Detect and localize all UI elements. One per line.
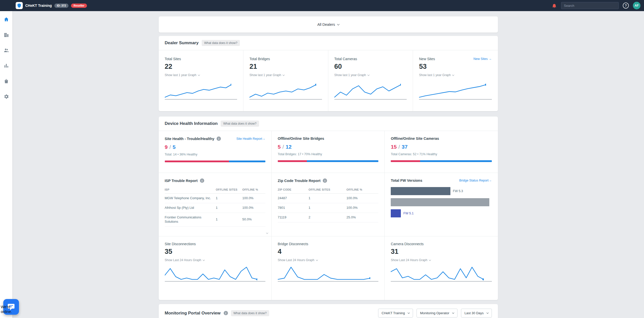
customers-people-icon[interactable] — [4, 48, 9, 53]
fw-bar-chart: FW 5.3 FW 5.1 — [391, 187, 492, 217]
home-icon[interactable] — [4, 17, 9, 22]
total-sites-sparkline — [165, 83, 237, 100]
chevron-down-icon — [203, 259, 205, 261]
new-sites-link[interactable]: New Sites → — [473, 57, 492, 61]
topbar-actions: ? AF — [551, 2, 640, 9]
bridge-status-report-link[interactable]: Bridge Status Report→ — [459, 179, 492, 182]
monitoring-filters: CHeKT Training Monitoring Operator Last … — [378, 309, 492, 317]
chevron-down-icon — [337, 23, 339, 26]
graph-toggle[interactable]: Show Last 24 Hours Graph — [165, 258, 265, 262]
fw-bar-row: FW 5.1 — [391, 209, 492, 217]
stat-value: 35 — [165, 248, 265, 256]
card-title: Site Disconnections — [165, 242, 265, 246]
info-icon[interactable]: i — [200, 178, 204, 183]
reports-chart-icon[interactable] — [4, 63, 9, 69]
graph-toggle[interactable]: Show last 1 year Graph — [165, 73, 237, 77]
stat-label: New Sites — [419, 57, 435, 61]
graph-toggle[interactable]: Show Last 24 Hours Graph — [278, 258, 378, 262]
table-row: Frontier Communications Solutions 1 50.0… — [165, 213, 265, 226]
section-title: Monitoring Portal Overview — [165, 311, 221, 316]
stat-value: 4 — [278, 248, 378, 256]
site-health-card: Site Health - Trouble/Healthy i Site Hea… — [159, 131, 272, 173]
store-bag-icon[interactable] — [4, 78, 9, 84]
notifications-bell-icon[interactable] — [551, 3, 557, 8]
fw-bar-row: FW 5.3 — [391, 187, 492, 195]
site-health-report-link[interactable]: Site Health Report→ — [236, 137, 265, 141]
device-health-section: Device Health Information What data does… — [159, 117, 498, 300]
new-sites-stat: New Sites New Sites → 53 Show last 1 yea… — [413, 50, 498, 111]
chevron-down-icon — [198, 74, 200, 76]
card-title: Total FW Versions — [391, 178, 422, 183]
card-title: Bridge Disconnects — [278, 242, 378, 246]
card-title: ISP Trouble Report i — [165, 178, 204, 183]
chevron-down-icon — [486, 312, 488, 314]
bridges-health-bar — [278, 160, 378, 162]
device-health-header: Device Health Information What data does… — [159, 117, 498, 131]
dealer-summary-header: Dealer Summary What data does it show? — [159, 36, 498, 50]
stat-label: Total Bridges — [249, 57, 322, 61]
info-icon[interactable]: i — [224, 311, 228, 315]
settings-gear-icon[interactable] — [4, 94, 9, 99]
stat-value: 21 — [249, 63, 322, 71]
what-data-hint-badge[interactable]: What data does it show? — [221, 121, 259, 127]
dealer-filter-dropdown[interactable]: All Dealers — [159, 16, 498, 33]
dealer-filter-label: All Dealers — [317, 22, 335, 27]
card-title: Offline/Online Site Cameras — [391, 137, 439, 141]
chevron-down-icon — [283, 74, 285, 76]
cameras-health-bar — [391, 160, 492, 162]
app-logo-icon[interactable] — [16, 2, 23, 9]
brand-name: CHeKT Training — [25, 4, 52, 8]
graph-toggle[interactable]: Show Last 24 Hours Graph — [391, 258, 492, 262]
dealer-id-badge: ID: 372 — [54, 4, 68, 8]
stat-label: Total Cameras — [334, 57, 407, 61]
section-title: Device Health Information — [165, 121, 218, 126]
stat-value: 60 — [334, 63, 407, 71]
offline-online-ratio: 15/37 — [391, 144, 492, 150]
graph-toggle[interactable]: Show last 1 year Graph — [334, 73, 407, 77]
site-cameras-card: Offline/Online Site Cameras 15/37 Total … — [385, 131, 498, 173]
what-data-hint-badge[interactable]: What data does it show? — [202, 40, 240, 46]
scroll-down-chevron-icon[interactable] — [266, 232, 268, 234]
summary-stats-grid: Total Sites 22 Show last 1 year Graph To… — [159, 50, 498, 111]
chevron-down-icon — [408, 312, 410, 314]
dashboard-page: CHeKT Training ID: 372 Reseller ? AF — [0, 0, 644, 318]
isp-trouble-table: ISP OFFLINE SITES OFFLINE % MGW Telephon… — [165, 186, 265, 226]
monitoring-portal-section: Monitoring Portal Overview i What data d… — [159, 304, 498, 318]
operator-select[interactable]: Monitoring Operator — [417, 309, 457, 317]
what-data-hint-badge[interactable]: What data does it show? — [231, 310, 269, 316]
arrow-right-icon: → — [489, 57, 492, 61]
graph-toggle[interactable]: Show last 1 year Graph — [419, 73, 492, 77]
info-icon[interactable]: i — [217, 137, 221, 141]
site-disconnections-sparkline — [165, 265, 265, 282]
arrow-right-icon: → — [262, 137, 265, 141]
chat-status-label: We're online. — [1, 305, 19, 314]
table-row: 7801 1 100.0% — [278, 203, 378, 213]
offline-online-ratio: 5/12 — [278, 144, 378, 150]
card-title: Zip Code Trouble Report i — [278, 178, 327, 183]
isp-trouble-report-card: ISP Trouble Report i ISP OFFLINE SITES O… — [159, 173, 272, 236]
site-health-bar — [165, 161, 265, 162]
stat-value: 53 — [419, 63, 492, 71]
total-bridges-stat: Total Bridges 21 Show last 1 year Graph — [243, 50, 328, 111]
info-icon[interactable]: i — [323, 178, 327, 183]
table-row: Afrihost Sp (Pty) Ltd 1 100.0% — [165, 203, 265, 213]
chevron-down-icon — [452, 74, 454, 76]
dealer-summary-section: Dealer Summary What data does it show? T… — [159, 36, 498, 111]
camera-disconnects-card: Camera Disconnects 31 Show Last 24 Hours… — [385, 236, 498, 300]
site-disconnections-card: Site Disconnections 35 Show Last 24 Hour… — [159, 236, 272, 300]
search-input[interactable] — [561, 2, 619, 9]
dealer-select[interactable]: CHeKT Training — [378, 309, 413, 317]
total-cameras-stat: Total Cameras 60 Show last 1 year Graph — [328, 50, 413, 111]
user-avatar[interactable]: AF — [633, 2, 640, 9]
total-bridges-sparkline — [249, 83, 322, 100]
new-sites-sparkline — [419, 83, 492, 100]
chevron-down-icon — [367, 74, 370, 76]
stat-label: Total Sites — [165, 57, 237, 61]
date-range-select[interactable]: Last 30 Days — [461, 309, 492, 317]
total-line: Total: 14 • 36% Healthy — [165, 153, 265, 156]
sites-building-icon[interactable] — [4, 32, 9, 38]
device-health-grid: Site Health - Trouble/Healthy i Site Hea… — [159, 131, 498, 300]
graph-toggle[interactable]: Show last 1 year Graph — [249, 73, 322, 77]
help-icon[interactable]: ? — [623, 3, 629, 9]
brand-group: CHeKT Training ID: 372 Reseller — [16, 2, 87, 9]
